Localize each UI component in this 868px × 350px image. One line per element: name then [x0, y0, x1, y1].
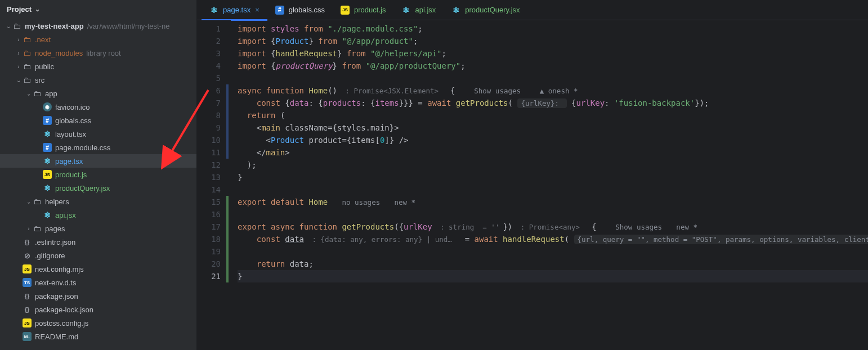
tree-item-product-js[interactable]: product.js — [0, 168, 196, 181]
code-line: import {handleRequest} from "@/helpers/a… — [238, 47, 868, 60]
code-line: } — [238, 171, 868, 183]
code-line: </main> — [238, 146, 868, 159]
file-name: next-env.d.ts — [35, 279, 76, 287]
arrow-icon — [25, 91, 33, 97]
editor-tabs: page.tsx×globals.cssproduct.jsapi.jsxpro… — [197, 0, 868, 20]
line-number: 17 — [197, 221, 231, 233]
code-line: import {productQuery} from "@/app/produc… — [238, 60, 868, 72]
root-name: my-test-next-app — [25, 22, 84, 30]
tree-item-layout-tsx[interactable]: layout.tsx — [0, 127, 196, 141]
code-line: } — [238, 270, 868, 282]
tree-item-pages[interactable]: pages — [0, 222, 196, 235]
line-number: 18 — [197, 233, 231, 245]
file-name: .eslintrc.json — [35, 238, 75, 246]
code[interactable]: import styles from "./page.module.css";i… — [231, 20, 868, 350]
tab-page-tsx[interactable]: page.tsx× — [202, 0, 267, 20]
folder-icon — [12, 21, 21, 30]
code-line: return data; — [238, 258, 868, 270]
code-line: export async function getProducts({urlKe… — [238, 221, 868, 233]
react-icon — [401, 6, 410, 15]
tab-label: globals.css — [289, 6, 325, 14]
tab-label: api.jsx — [415, 6, 436, 14]
tree-item-postcss-config-js[interactable]: postcss.config.js — [0, 316, 196, 330]
file-name: package-lock.json — [35, 306, 93, 314]
line-number: 3 — [197, 47, 231, 60]
line-number: 10 — [197, 134, 231, 146]
tree-item--next[interactable]: .next — [0, 33, 196, 46]
code-line: const data : {data: any, errors: any} | … — [238, 233, 868, 245]
tree-root[interactable]: my-test-next-app/var/www/html/my-test-ne — [0, 19, 196, 33]
file-name: globals.css — [55, 116, 91, 125]
code-line — [238, 208, 868, 221]
arrow-icon — [15, 64, 23, 70]
css-icon — [43, 116, 52, 125]
folder-icon — [33, 89, 42, 98]
tab-label: product.js — [354, 6, 386, 14]
tree-item-page-module-css[interactable]: page.module.css — [0, 141, 196, 154]
line-number: 6 — [197, 84, 231, 97]
arrow-icon — [15, 50, 23, 56]
line-number: 19 — [197, 245, 231, 258]
json-icon — [23, 291, 32, 300]
line-number: 11 — [197, 146, 231, 159]
line-number: 20 — [197, 258, 231, 270]
root-path: /var/www/html/my-test-ne — [87, 22, 170, 30]
file-name: public — [35, 62, 54, 71]
file-name: layout.tsx — [55, 130, 86, 138]
tree-item-next-config-mjs[interactable]: next.config.mjs — [0, 262, 196, 276]
react-icon — [451, 6, 460, 15]
tree-item-globals-css[interactable]: globals.css — [0, 114, 196, 127]
file-name: page.tsx — [55, 157, 83, 165]
tree-item-page-tsx[interactable]: page.tsx — [0, 154, 196, 168]
line-number: 16 — [197, 208, 231, 221]
code-line: ); — [238, 159, 868, 171]
ban-icon — [23, 251, 32, 260]
tree-item-src[interactable]: src — [0, 73, 196, 87]
arrow-icon — [5, 23, 12, 29]
code-line: import {Product} from "@/app/product"; — [238, 35, 868, 47]
tree-item-next-env-d-ts[interactable]: next-env.d.ts — [0, 276, 196, 289]
line-number: 15 — [197, 196, 231, 208]
file-name: api.jsx — [55, 211, 76, 219]
ico-icon — [43, 102, 52, 111]
tree-hint: library root — [86, 49, 120, 57]
file-name: favicon.ico — [55, 103, 90, 111]
tree-item-api-jsx[interactable]: api.jsx — [0, 208, 196, 222]
close-icon[interactable]: × — [255, 6, 259, 14]
tree-item-helpers[interactable]: helpers — [0, 195, 196, 208]
line-number: 12 — [197, 159, 231, 171]
code-line: const {data: {products: {items}}} = awai… — [238, 97, 868, 109]
tab-api-jsx[interactable]: api.jsx — [393, 0, 444, 20]
project-panel-header[interactable]: Project ⌄ — [0, 0, 196, 18]
css-icon — [275, 6, 284, 15]
code-line — [238, 183, 868, 196]
code-line — [238, 72, 868, 84]
line-number: 8 — [197, 109, 231, 122]
code-line: return ( — [238, 109, 868, 122]
code-line: <main className={styles.main}> — [238, 122, 868, 134]
tab-product-js[interactable]: product.js — [333, 0, 393, 20]
chevron-down-icon: ⌄ — [35, 6, 40, 13]
code-line — [238, 245, 868, 258]
file-name: pages — [45, 225, 65, 233]
file-name: README.md — [35, 333, 78, 341]
file-name: src — [35, 76, 44, 84]
react-icon — [43, 183, 52, 192]
tree-item--eslintrc-json[interactable]: .eslintrc.json — [0, 235, 196, 249]
tree-item-package-json[interactable]: package.json — [0, 289, 196, 303]
tree-item-favicon-ico[interactable]: favicon.ico — [0, 100, 196, 114]
project-panel-title: Project — [7, 5, 32, 14]
tree-item-package-lock-json[interactable]: package-lock.json — [0, 303, 196, 316]
tree-item--gitignore[interactable]: .gitignore — [0, 249, 196, 262]
tree-item-productQuery-jsx[interactable]: productQuery.jsx — [0, 181, 196, 195]
line-number: 9 — [197, 122, 231, 134]
tree-item-public[interactable]: public — [0, 60, 196, 73]
tree-item-node_modules[interactable]: node_moduleslibrary root — [0, 46, 196, 60]
tree-item-app[interactable]: app — [0, 87, 196, 100]
arrow-icon — [15, 77, 23, 83]
file-name: package.json — [35, 292, 78, 300]
tab-globals-css[interactable]: globals.css — [267, 0, 333, 20]
react-icon — [43, 129, 52, 138]
tree-item-README-md[interactable]: README.md — [0, 330, 196, 343]
tab-productQuery-jsx[interactable]: productQuery.jsx — [444, 0, 527, 20]
